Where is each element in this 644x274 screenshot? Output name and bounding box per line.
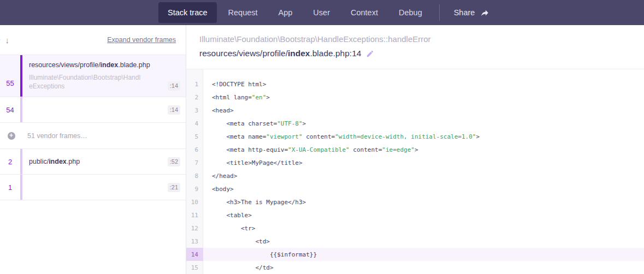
code-line-number: 13 <box>186 235 203 248</box>
share-button[interactable]: Share <box>446 8 498 17</box>
nav-tab-label: App <box>279 8 293 17</box>
code-line-content: <head> <box>203 104 644 117</box>
code-line-content: {{$informat}} <box>203 248 644 261</box>
code-line-number: 10 <box>186 195 203 209</box>
code-line-number: 1 <box>186 78 203 91</box>
file-path-suffix: .blade.php:14 <box>310 49 361 58</box>
code-line: 14 {{$informat}} <box>186 248 644 261</box>
code-line-number: 6 <box>186 143 203 156</box>
file-path-prefix: resources/views/profile/ <box>199 49 288 58</box>
code-line: 9 <body> <box>186 182 644 195</box>
code-line-number: 14 <box>186 248 203 261</box>
nav-tab-user[interactable]: User <box>304 2 339 23</box>
nav-tabs: Stack trace Request App User Context Deb… <box>158 2 434 23</box>
code-line-content: <h3>The is Mypage</h3> <box>203 195 644 209</box>
frame-number: 1 <box>0 175 20 200</box>
code-line-number: 5 <box>186 130 203 143</box>
code-line-content: </head> <box>203 169 644 182</box>
stack-frame-row[interactable]: 1 :21 <box>0 175 186 200</box>
code-line-content: <body> <box>203 182 644 195</box>
code-line: 4 <meta charset="UTF-8"> <box>186 117 644 130</box>
file-path-bold: index <box>288 49 310 58</box>
code-line: 6 <meta http-equiv="X-UA-Compatible" con… <box>186 143 644 156</box>
nav-tab-app[interactable]: App <box>269 2 302 23</box>
nav-divider <box>439 4 440 21</box>
nav-tab-debug[interactable]: Debug <box>389 2 432 23</box>
code-line-number: 15 <box>186 261 203 274</box>
nav-tab-label: Stack trace <box>168 8 208 17</box>
code-line-content: <table> <box>203 209 644 222</box>
frame-line-badge: :14 <box>168 81 180 91</box>
code-line-number: 12 <box>186 222 203 235</box>
code-line: 5 <meta name="viewport" content="width=d… <box>186 130 644 143</box>
code-line: 12 <tr> <box>186 222 644 235</box>
expand-plus-icon: + <box>8 132 15 140</box>
frame-body: resources/views/profile/index.blade.php … <box>22 55 186 97</box>
code-line-number: 7 <box>186 156 203 169</box>
vendor-frames-row[interactable]: + 51 vendor frames… <box>0 123 186 149</box>
nav-tab-request[interactable]: Request <box>219 2 267 23</box>
frame-file: public/index.php <box>29 158 80 165</box>
frame-nav-arrows: ↑ ↓ <box>0 35 9 45</box>
share-label: Share <box>454 8 475 17</box>
nav-tab-context[interactable]: Context <box>341 2 387 23</box>
vendor-frames-label: 51 vendor frames… <box>27 132 87 140</box>
frame-body: :21 <box>22 175 186 200</box>
stack-frame-row[interactable]: 2 public/index.php :52 <box>0 149 186 175</box>
code-line-number: 3 <box>186 104 203 117</box>
code-line: 7 <title>MyPage</title> <box>186 156 644 169</box>
code-line: 1 <!DOCTYPE html> <box>186 78 644 91</box>
code-line: 11 <table> <box>186 209 644 222</box>
code-line-content: <title>MyPage</title> <box>203 156 644 169</box>
frame-method: Illuminate\Foundation\Bootstrap\HandleEx… <box>199 34 631 44</box>
frame-body: public/index.php :52 <box>22 149 186 174</box>
nav-tab-label: Request <box>228 8 258 17</box>
code-line-content: <meta charset="UTF-8"> <box>203 117 644 130</box>
code-line: 15 </td> <box>186 261 644 274</box>
code-line-content: <!DOCTYPE html> <box>203 78 644 91</box>
main-split: ↑ ↓ Expand vendor frames 55 resources/vi… <box>0 25 644 274</box>
stack-frame-row[interactable]: 55 resources/views/profile/index.blade.p… <box>0 55 186 97</box>
code-line: 8 </head> <box>186 169 644 182</box>
code-viewer: 1 <!DOCTYPE html> 2 <html lang="en"> 3 <… <box>186 69 644 274</box>
nav-tab-label: Debug <box>399 8 422 17</box>
code-line-content: <html lang="en"> <box>203 91 644 104</box>
frame-number: 55 <box>0 55 20 97</box>
code-line-number: 9 <box>186 182 203 195</box>
code-line: 2 <html lang="en"> <box>186 91 644 104</box>
frame-file-path: resources/views/profile/index.blade.php:… <box>199 49 631 58</box>
code-line-number: 8 <box>186 169 203 182</box>
code-line-number: 2 <box>186 91 203 104</box>
nav-tab-stack-trace[interactable]: Stack trace <box>158 2 217 23</box>
stacktrace-sidebar: ↑ ↓ Expand vendor frames 55 resources/vi… <box>0 25 186 274</box>
code-panel: Illuminate\Foundation\Bootstrap\HandleEx… <box>186 25 644 274</box>
edit-pencil-icon[interactable] <box>366 50 374 58</box>
nav-tab-label: Context <box>351 8 378 17</box>
frame-body: :14 <box>22 97 186 122</box>
top-nav: Stack trace Request App User Context Deb… <box>0 0 644 25</box>
next-frame-arrow-icon[interactable]: ↓ <box>5 35 10 45</box>
code-line-content: </td> <box>203 261 644 274</box>
code-panel-header: Illuminate\Foundation\Bootstrap\HandleEx… <box>186 25 644 69</box>
code-line-content: <meta http-equiv="X-UA-Compatible" conte… <box>203 143 644 156</box>
share-icon <box>480 8 489 17</box>
code-line-number: 11 <box>186 209 203 222</box>
prev-frame-arrow-icon[interactable]: ↑ <box>0 35 2 45</box>
code-line-content: <tr> <box>203 222 644 235</box>
frames-list: 55 resources/views/profile/index.blade.p… <box>0 55 186 200</box>
frame-class: Illuminate\Foundation\Bootstrap\HandleEx… <box>29 73 143 91</box>
expand-vendor-frames-link[interactable]: Expand vendor frames <box>107 36 176 44</box>
code-line: 10 <h3>The is Mypage</h3> <box>186 195 644 209</box>
nav-tab-label: User <box>313 8 330 17</box>
code-line-content: <meta name="viewport" content="width=dev… <box>203 130 644 143</box>
code-line-content: <td> <box>203 235 644 248</box>
code-line: 3 <head> <box>186 104 644 117</box>
code-rows: 1 <!DOCTYPE html> 2 <html lang="en"> 3 <… <box>186 69 644 274</box>
frame-number: 2 <box>0 149 20 174</box>
frame-number: 54 <box>0 97 20 122</box>
stack-frame-row[interactable]: 54 :14 <box>0 97 186 123</box>
frame-line-badge: :52 <box>168 157 180 166</box>
frame-file: resources/views/profile/index.blade.php <box>29 61 180 69</box>
code-line: 13 <td> <box>186 235 644 248</box>
frame-line-badge: :14 <box>168 105 180 115</box>
